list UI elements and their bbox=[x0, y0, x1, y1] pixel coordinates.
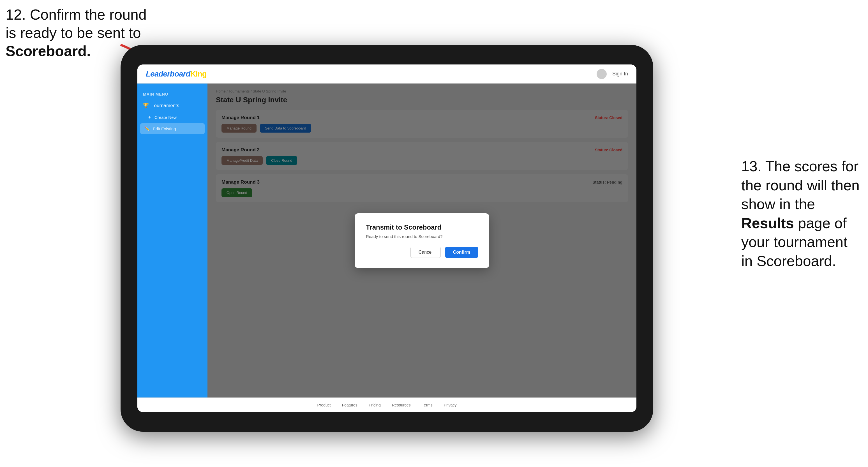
transmit-modal: Transmit to Scoreboard Ready to send thi… bbox=[355, 213, 489, 268]
modal-subtitle: Ready to send this round to Scoreboard? bbox=[366, 234, 478, 239]
plus-icon: ＋ bbox=[148, 115, 152, 120]
annotation-right-text: 13. The scores for the round will then s… bbox=[741, 158, 860, 269]
top-nav: LeaderboardKing Sign In bbox=[137, 64, 637, 84]
page-content: Home / Tournaments / State U Spring Invi… bbox=[208, 84, 637, 398]
user-avatar-icon bbox=[597, 69, 607, 79]
logo: LeaderboardKing bbox=[146, 69, 207, 79]
modal-overlay: Transmit to Scoreboard Ready to send thi… bbox=[208, 84, 637, 398]
trophy-icon: 🏆 bbox=[143, 102, 149, 108]
tablet-device: LeaderboardKing Sign In MAIN MENU 🏆 Tour… bbox=[121, 45, 653, 432]
sidebar-item-tournaments[interactable]: 🏆 Tournaments bbox=[137, 99, 208, 112]
edit-icon: ✏️ bbox=[145, 126, 150, 131]
sidebar-menu-label: MAIN MENU bbox=[137, 89, 208, 99]
cancel-button[interactable]: Cancel bbox=[410, 247, 441, 258]
footer-features[interactable]: Features bbox=[342, 403, 358, 407]
tablet-screen: LeaderboardKing Sign In MAIN MENU 🏆 Tour… bbox=[137, 64, 637, 412]
footer-terms[interactable]: Terms bbox=[422, 403, 433, 407]
footer: Product Features Pricing Resources Terms… bbox=[137, 398, 637, 412]
sidebar-item-edit-existing[interactable]: ✏️ Edit Existing bbox=[140, 123, 205, 134]
modal-buttons: Cancel Confirm bbox=[366, 247, 478, 258]
annotation-line2: is ready to be sent to bbox=[6, 25, 141, 41]
footer-privacy[interactable]: Privacy bbox=[444, 403, 457, 407]
sidebar-label-create-new: Create New bbox=[154, 115, 177, 120]
footer-product[interactable]: Product bbox=[317, 403, 331, 407]
sidebar-label-tournaments: Tournaments bbox=[152, 103, 179, 108]
sidebar-item-create-new[interactable]: ＋ Create New bbox=[137, 112, 208, 123]
nav-right: Sign In bbox=[597, 69, 628, 79]
signin-link[interactable]: Sign In bbox=[612, 71, 628, 77]
confirm-button[interactable]: Confirm bbox=[445, 247, 478, 258]
annotation-right: 13. The scores for the round will then s… bbox=[741, 157, 860, 271]
sidebar-label-edit-existing: Edit Existing bbox=[153, 126, 176, 131]
main-content: MAIN MENU 🏆 Tournaments ＋ Create New ✏️ … bbox=[137, 84, 637, 398]
modal-title: Transmit to Scoreboard bbox=[366, 223, 478, 231]
footer-pricing[interactable]: Pricing bbox=[369, 403, 381, 407]
annotation-line1: 12. Confirm the round bbox=[6, 6, 147, 23]
annotation-line3: Scoreboard. bbox=[6, 43, 91, 59]
annotation-top-left: 12. Confirm the round is ready to be sen… bbox=[6, 6, 147, 60]
footer-resources[interactable]: Resources bbox=[392, 403, 411, 407]
sidebar: MAIN MENU 🏆 Tournaments ＋ Create New ✏️ … bbox=[137, 84, 208, 398]
